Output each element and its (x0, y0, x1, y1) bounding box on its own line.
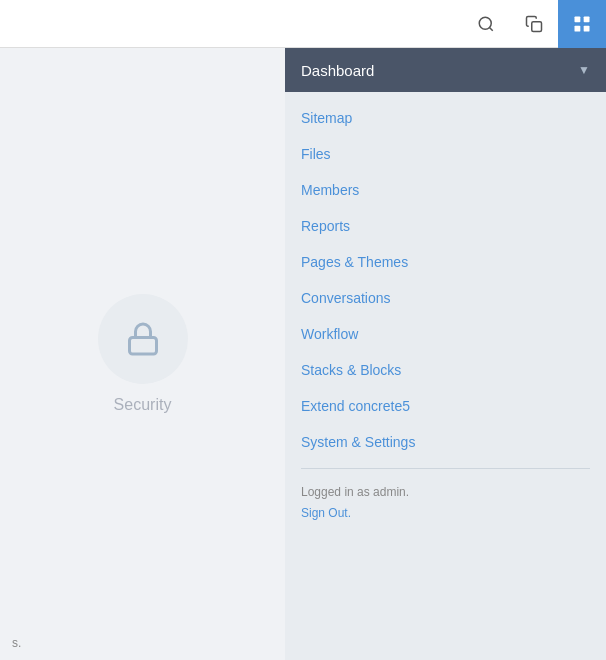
svg-rect-2 (532, 21, 542, 31)
chevron-down-icon: ▼ (578, 63, 590, 77)
menu-item-reports[interactable]: Reports (285, 208, 606, 244)
menu-item-system-settings[interactable]: System & Settings (285, 424, 606, 460)
menu-item-workflow[interactable]: Workflow (285, 316, 606, 352)
copy-icon (525, 15, 543, 33)
main-content: Security s. Nullam fermentum at (0, 48, 285, 660)
menu-item-sitemap[interactable]: Sitemap (285, 100, 606, 136)
copy-button[interactable] (510, 0, 558, 48)
svg-rect-7 (129, 338, 156, 355)
toolbar-left (0, 0, 462, 47)
dropdown-menu: Sitemap Files Members Reports Pages & Th… (285, 92, 606, 536)
lock-icon (125, 321, 161, 357)
dropdown-header: Dashboard ▼ (285, 48, 606, 92)
menu-item-files[interactable]: Files (285, 136, 606, 172)
menu-item-stacks-blocks[interactable]: Stacks & Blocks (285, 352, 606, 388)
menu-item-extend-concrete5[interactable]: Extend concrete5 (285, 388, 606, 424)
toolbar-right (462, 0, 606, 48)
logged-in-text: Logged in as admin. (285, 477, 606, 503)
dashboard-icon (572, 14, 592, 34)
menu-item-conversations[interactable]: Conversations (285, 280, 606, 316)
security-card: Security (98, 294, 188, 414)
security-icon-circle (98, 294, 188, 384)
svg-point-0 (479, 17, 491, 29)
menu-item-pages-themes[interactable]: Pages & Themes (285, 244, 606, 280)
search-button[interactable] (462, 0, 510, 48)
svg-rect-5 (575, 25, 581, 31)
sign-out-link[interactable]: Sign Out. (285, 506, 367, 528)
svg-rect-6 (584, 25, 590, 31)
svg-line-1 (489, 27, 492, 30)
menu-divider (301, 468, 590, 469)
toolbar (0, 0, 606, 48)
svg-rect-4 (584, 16, 590, 22)
dropdown-title: Dashboard (301, 62, 374, 79)
dropdown-panel: Dashboard ▼ Sitemap Files Members Report… (285, 48, 606, 660)
security-label: Security (114, 396, 172, 414)
dashboard-button[interactable] (558, 0, 606, 48)
bottom-text: s. Nullam fermentum at (0, 636, 24, 650)
search-icon (477, 15, 495, 33)
menu-item-members[interactable]: Members (285, 172, 606, 208)
svg-rect-3 (575, 16, 581, 22)
